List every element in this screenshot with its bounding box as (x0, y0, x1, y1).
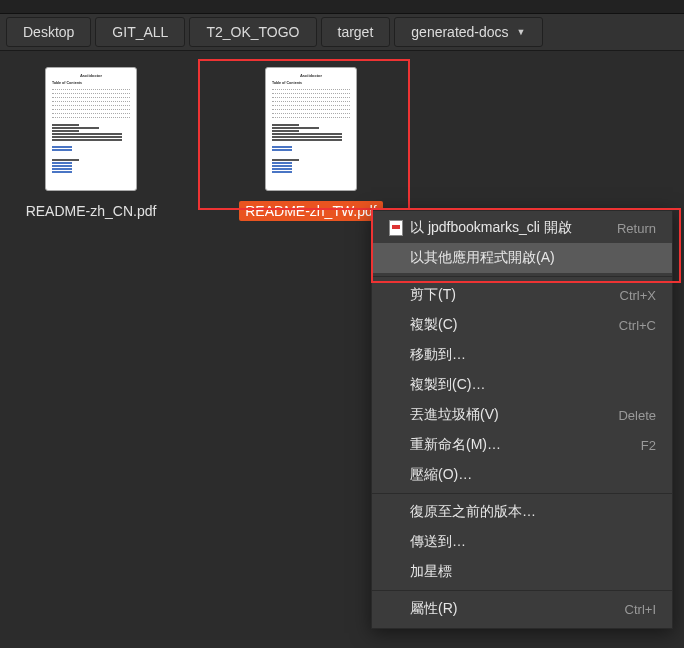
pdf-thumbnail: Asciidoctor Table of Contents (45, 67, 137, 191)
menu-properties[interactable]: 屬性(R) Ctrl+I (372, 594, 672, 624)
crumb-label: generated-docs (411, 24, 508, 40)
menu-copy-to[interactable]: 複製到(C)… (372, 370, 672, 400)
crumb-target[interactable]: target (321, 17, 391, 47)
menu-label: 復原至之前的版本… (410, 503, 656, 521)
menu-label: 移動到… (410, 346, 656, 364)
menu-accel: Ctrl+C (619, 318, 656, 333)
context-menu: 以 jpdfbookmarks_cli 開啟 Return 以其他應用程式開啟(… (371, 210, 673, 629)
menu-cut[interactable]: 剪下(T) Ctrl+X (372, 280, 672, 310)
thumb-title: Asciidoctor (52, 73, 130, 79)
menu-send-to[interactable]: 傳送到… (372, 527, 672, 557)
menu-label: 壓縮(O)… (410, 466, 656, 484)
menu-move-to[interactable]: 移動到… (372, 340, 672, 370)
menu-accel: Ctrl+I (625, 602, 656, 617)
crumb-desktop[interactable]: Desktop (6, 17, 91, 47)
menu-accel: Ctrl+X (620, 288, 656, 303)
menu-label: 重新命名(M)… (410, 436, 641, 454)
crumb-label: GIT_ALL (112, 24, 168, 40)
menu-label: 傳送到… (410, 533, 656, 551)
file-item[interactable]: Asciidoctor Table of Contents README-zh_… (16, 67, 166, 221)
menu-star[interactable]: 加星標 (372, 557, 672, 587)
crumb-label: Desktop (23, 24, 74, 40)
menu-separator (372, 590, 672, 591)
crumb-label: T2_OK_TOGO (206, 24, 299, 40)
menu-label: 以 jpdfbookmarks_cli 開啟 (410, 219, 617, 237)
menu-revert[interactable]: 復原至之前的版本… (372, 497, 672, 527)
crumb-git-all[interactable]: GIT_ALL (95, 17, 185, 47)
file-label: README-zh_CN.pdf (20, 201, 163, 221)
menu-accel: Return (617, 221, 656, 236)
menu-label: 屬性(R) (410, 600, 625, 618)
menu-accel: F2 (641, 438, 656, 453)
pdf-file-icon (386, 220, 406, 236)
crumb-t2-ok-togo[interactable]: T2_OK_TOGO (189, 17, 316, 47)
menu-label: 以其他應用程式開啟(A) (410, 249, 656, 267)
file-label-selected: README-zh_TW.pdf (239, 201, 382, 221)
menu-accel: Delete (618, 408, 656, 423)
menu-open-with-other[interactable]: 以其他應用程式開啟(A) (372, 243, 672, 273)
menu-copy[interactable]: 複製(C) Ctrl+C (372, 310, 672, 340)
crumb-generated-docs[interactable]: generated-docs ▼ (394, 17, 542, 47)
menu-label: 加星標 (410, 563, 656, 581)
menu-open-with-default[interactable]: 以 jpdfbookmarks_cli 開啟 Return (372, 213, 672, 243)
chevron-down-icon: ▼ (517, 27, 526, 37)
file-item-selected[interactable]: Asciidoctor Table of Contents README-zh_… (236, 67, 386, 221)
menu-trash[interactable]: 丟進垃圾桶(V) Delete (372, 400, 672, 430)
menu-separator (372, 493, 672, 494)
thumb-toc: Table of Contents (272, 81, 350, 86)
crumb-label: target (338, 24, 374, 40)
menu-label: 複製(C) (410, 316, 619, 334)
pdf-thumbnail: Asciidoctor Table of Contents (265, 67, 357, 191)
breadcrumb: Desktop GIT_ALL T2_OK_TOGO target genera… (0, 14, 684, 51)
menu-label: 剪下(T) (410, 286, 620, 304)
window-titlebar (0, 0, 684, 14)
thumb-title: Asciidoctor (272, 73, 350, 79)
menu-compress[interactable]: 壓縮(O)… (372, 460, 672, 490)
menu-label: 複製到(C)… (410, 376, 656, 394)
menu-label: 丟進垃圾桶(V) (410, 406, 618, 424)
menu-rename[interactable]: 重新命名(M)… F2 (372, 430, 672, 460)
thumb-toc: Table of Contents (52, 81, 130, 86)
menu-separator (372, 276, 672, 277)
